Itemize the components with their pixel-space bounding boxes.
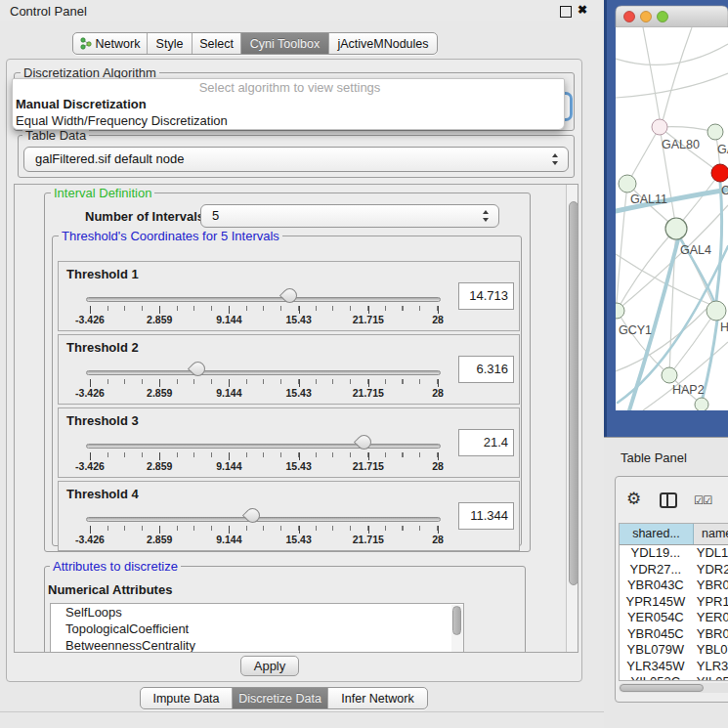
- list-item-betweennesscentrality[interactable]: BetweennessCentrality: [51, 637, 463, 653]
- node-gal4[interactable]: [665, 218, 687, 239]
- screen: Control Panel ✖ Network Style Select: [0, 0, 728, 728]
- tab-jactivemnodules[interactable]: jActiveMNodules: [329, 33, 437, 54]
- list-item-topologicalcoefficient[interactable]: TopologicalCoefficient: [51, 621, 463, 637]
- node-bottom-partial[interactable]: [695, 398, 708, 411]
- control-panel-titlebar: Control Panel ✖: [0, 0, 604, 21]
- tab-cyni-toolbox[interactable]: Cyni Toolbox: [241, 33, 329, 54]
- threshold-1-value-field[interactable]: 14.713: [458, 282, 514, 310]
- tab-cyni-toolbox-label: Cyni Toolbox: [250, 37, 320, 51]
- table-row[interactable]: YPR145WYPR145W: [620, 594, 728, 611]
- tab-infer-network[interactable]: Infer Network: [328, 688, 427, 708]
- node-label-gal4: GAL4: [680, 243, 711, 257]
- dropdown-option-manual-discretization[interactable]: Manual Discretization: [13, 96, 564, 112]
- slider-tick-labels: -3.426 2.859 9.144 15.43 21.715 28: [90, 314, 438, 325]
- table-row[interactable]: YDL19...YDL19...: [620, 545, 728, 562]
- close-icon[interactable]: ✖: [578, 3, 587, 17]
- table-horizontal-scrollbar[interactable]: [619, 683, 728, 693]
- slider-tick-labels: -3.426 2.859 9.144 15.43 21.715 28: [90, 460, 438, 472]
- node-right-top[interactable]: [707, 124, 723, 140]
- dropdown-placeholder-item: Select algorithm to view settings: [13, 79, 564, 96]
- right-panels: GAL80 GA C GAL11 GAL4 GCY1 H HAP2 Table …: [604, 0, 728, 728]
- tab-network-label: Network: [96, 37, 141, 51]
- threshold-2-panel: Threshold 2 -3.426 2.859 9.144 15.43 21.…: [58, 334, 520, 405]
- apply-button[interactable]: Apply: [240, 656, 299, 676]
- threshold-2-value-field[interactable]: 6.316: [458, 356, 514, 383]
- interval-definition-legend: Interval Definition: [51, 186, 154, 200]
- table-row[interactable]: YBR045CYBR045C: [620, 626, 728, 643]
- dropdown-option-equal-width-frequency[interactable]: Equal Width/Frequency Discretization: [13, 112, 564, 129]
- table-row[interactable]: YBL079WYBL079W: [620, 642, 728, 659]
- select-columns-checkboxes-icon[interactable]: ☑☑: [694, 493, 712, 507]
- tab-style[interactable]: Style: [148, 33, 193, 54]
- table-row[interactable]: YBR043CYBR043C: [620, 578, 728, 594]
- column-header-name[interactable]: name: [694, 524, 728, 544]
- zoom-traffic-light-icon[interactable]: [658, 12, 668, 22]
- node-gal11[interactable]: [619, 175, 636, 193]
- network-window: GAL80 GA C GAL11 GAL4 GCY1 H HAP2: [604, 0, 728, 437]
- top-tab-bar: Network Style Select Cyni Toolbox jActiv…: [72, 32, 438, 55]
- settings-vertical-scrollbar[interactable]: [566, 185, 578, 652]
- threshold-4-label: Threshold 4: [66, 487, 139, 501]
- table-panel-title: Table Panel: [621, 450, 687, 465]
- node-red-highlighted[interactable]: [711, 164, 728, 182]
- node-right-mid[interactable]: [707, 301, 726, 321]
- tab-discretize-data-label: Discretize Data: [238, 692, 321, 706]
- settings-scroll-area: Interval Definition Number of Intervals …: [14, 184, 578, 653]
- threshold-1-panel: Threshold 1 -3.426 2.859 9.144 15.43 21.…: [58, 261, 520, 331]
- combo-stepper-icon: [483, 210, 490, 222]
- tab-select-label: Select: [199, 37, 234, 51]
- slider-tick-labels: -3.426 2.859 9.144 15.43 21.715 28: [90, 387, 438, 399]
- tab-infer-network-label: Infer Network: [341, 692, 413, 706]
- number-of-intervals-label: Number of Intervals: [85, 209, 204, 224]
- list-scrollbar[interactable]: [451, 605, 463, 653]
- tab-impute-data-label: Impute Data: [152, 692, 219, 706]
- threshold-4-panel: Threshold 4 -3.426 2.859 9.144 15.43 21.…: [58, 481, 520, 551]
- table-data-legend: Table Data: [22, 128, 89, 143]
- tab-jactivemnodules-label: jActiveMNodules: [337, 37, 428, 51]
- number-of-intervals-value: 5: [212, 208, 219, 223]
- table-panel-region: Table Panel ⚙ ☑☑ shared... name YDL19...…: [604, 437, 728, 728]
- slider-tick-labels: -3.426 2.859 9.144 15.43 21.715 28: [90, 534, 438, 545]
- slider-ticks: [90, 306, 438, 314]
- tab-select[interactable]: Select: [193, 33, 241, 54]
- attributes-legend: Attributes to discretize: [50, 559, 181, 574]
- threshold-4-value-field[interactable]: 11.344: [458, 502, 514, 530]
- minimize-traffic-light-icon[interactable]: [641, 12, 652, 22]
- node-label-right-top: GA: [717, 143, 728, 156]
- threshold-3-value-field[interactable]: 21.4: [458, 429, 514, 456]
- slider-ticks: [90, 452, 438, 460]
- columns-icon[interactable]: [660, 492, 677, 508]
- node-label-right-mid: H: [720, 321, 728, 334]
- node-label-gal80: GAL80: [662, 138, 700, 151]
- node-label-gal11: GAL11: [630, 193, 667, 206]
- threshold-2-label: Threshold 2: [66, 340, 139, 355]
- table-header-row: shared... name: [620, 524, 728, 545]
- node-table: shared... name YDL19...YDL19... YDR27...…: [619, 523, 728, 681]
- gear-icon[interactable]: ⚙: [626, 489, 641, 509]
- window-bottom-edge: [0, 711, 604, 712]
- close-traffic-light-icon[interactable]: [624, 12, 635, 22]
- tab-network[interactable]: Network: [73, 33, 148, 54]
- tab-style-label: Style: [156, 37, 184, 51]
- combo-stepper-icon: [552, 153, 559, 165]
- threshold-3-label: Threshold 3: [66, 413, 139, 428]
- node-label-red: C: [721, 184, 728, 197]
- number-of-intervals-combobox[interactable]: 5: [200, 204, 499, 228]
- node-gal80[interactable]: [652, 119, 667, 135]
- slider-ticks: [90, 379, 438, 387]
- table-data-combobox[interactable]: galFiltered.sif default node: [23, 147, 569, 172]
- threshold-3-panel: Threshold 3 -3.426 2.859 9.144 15.43 21.…: [58, 407, 520, 478]
- list-item-selfloops[interactable]: SelfLoops: [51, 604, 463, 621]
- float-window-icon[interactable]: [560, 6, 572, 18]
- column-header-shared-name[interactable]: shared...: [620, 524, 694, 544]
- table-row[interactable]: YER054CYER054C: [620, 610, 728, 626]
- table-row[interactable]: YDR27...YDR27...: [620, 562, 728, 578]
- table-row[interactable]: YIL052CYIL052C: [620, 674, 728, 681]
- tab-impute-data[interactable]: Impute Data: [141, 688, 233, 708]
- thresholds-legend: Threshold's Coordinates for 5 Intervals: [59, 229, 282, 243]
- bottom-tab-bar: Impute Data Discretize Data Infer Networ…: [140, 687, 428, 709]
- node-hap2[interactable]: [662, 367, 677, 383]
- algorithm-dropdown-popup: Select algorithm to view settings Manual…: [12, 78, 565, 130]
- tab-discretize-data[interactable]: Discretize Data: [233, 688, 328, 708]
- table-row[interactable]: YLR345WYLR345W: [620, 659, 728, 675]
